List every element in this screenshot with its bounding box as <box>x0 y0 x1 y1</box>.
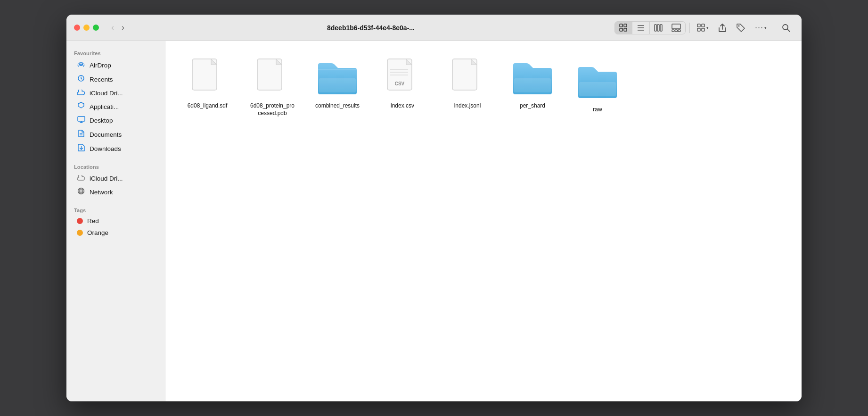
svg-rect-10 <box>672 24 680 29</box>
sidebar-item-label: Orange <box>87 229 108 236</box>
sidebar-item-desktop[interactable]: Desktop <box>69 114 162 127</box>
file-icon-wrap <box>186 56 229 99</box>
recents-icon <box>77 75 85 84</box>
back-button[interactable]: ‹ <box>108 21 117 34</box>
main-area: Favourites AirDrop <box>66 41 802 401</box>
svg-text:CSV: CSV <box>395 81 405 86</box>
svg-line-20 <box>787 29 790 32</box>
file-item-jsonl[interactable]: index.jsonl <box>437 52 498 121</box>
svg-rect-16 <box>697 28 700 31</box>
search-button[interactable] <box>778 21 794 35</box>
downloads-icon <box>77 144 85 153</box>
file-item-per-shard[interactable]: per_shard <box>502 52 563 121</box>
sidebar-item-documents[interactable]: Documents <box>69 127 162 141</box>
desktop-icon <box>77 116 85 125</box>
nav-buttons: ‹ › <box>108 21 127 34</box>
forward-button[interactable]: › <box>119 21 127 34</box>
favourites-section-label: Favourites <box>66 47 165 58</box>
sidebar: Favourites AirDrop <box>66 41 165 401</box>
svg-rect-40 <box>514 78 551 92</box>
file-item-sdf[interactable]: 6d08_ligand.sdf <box>177 52 238 121</box>
file-item-combined-results[interactable]: combined_results <box>307 52 368 121</box>
more-button[interactable]: ··· ▾ <box>752 20 770 35</box>
file-item-csv[interactable]: CSV index.csv <box>372 52 433 121</box>
icloud-location-icon <box>77 174 85 183</box>
toolbar-divider-2 <box>774 23 774 33</box>
svg-rect-17 <box>702 28 704 31</box>
file-grid: 6d08_ligand.sdf 6d08_protein_processed.p… <box>177 52 790 121</box>
sidebar-item-icloud-location[interactable]: iCloud Dri... <box>69 172 162 185</box>
svg-rect-2 <box>620 28 622 31</box>
file-name: combined_results <box>315 102 360 110</box>
sidebar-item-tag-red[interactable]: Red <box>69 215 162 227</box>
sidebar-item-label: Applicati... <box>90 103 119 110</box>
svg-rect-7 <box>655 25 656 31</box>
file-icon-wrap <box>511 56 554 99</box>
file-icon-wrap: CSV <box>381 56 424 99</box>
traffic-lights <box>74 25 99 31</box>
share-button[interactable] <box>715 21 730 35</box>
orange-tag-dot <box>77 230 83 236</box>
svg-rect-11 <box>672 30 674 32</box>
svg-rect-15 <box>702 24 704 27</box>
view-icon-button[interactable] <box>615 22 632 34</box>
svg-rect-33 <box>319 78 356 92</box>
svg-rect-8 <box>657 25 659 31</box>
sidebar-item-label: AirDrop <box>90 62 111 69</box>
locations-section-label: Locations <box>66 160 165 172</box>
maximize-button[interactable] <box>93 25 99 31</box>
minimize-button[interactable] <box>83 25 90 31</box>
airdrop-icon <box>77 60 85 70</box>
svg-rect-9 <box>660 25 662 31</box>
sidebar-item-recents[interactable]: Recents <box>69 72 162 86</box>
svg-rect-14 <box>697 24 700 27</box>
red-tag-dot <box>77 218 83 224</box>
file-icon-wrap <box>251 56 294 99</box>
file-name: 6d08_protein_processed.pdb <box>250 102 295 117</box>
file-item-pdb[interactable]: 6d08_protein_processed.pdb <box>242 52 303 121</box>
svg-rect-0 <box>620 24 622 27</box>
file-area: 6d08_ligand.sdf 6d08_protein_processed.p… <box>165 41 802 401</box>
sidebar-item-label: iCloud Dri... <box>90 90 123 97</box>
svg-rect-1 <box>624 24 627 27</box>
svg-rect-23 <box>78 116 85 121</box>
view-group <box>614 21 686 34</box>
sidebar-item-applications[interactable]: Applicati... <box>69 100 162 114</box>
sidebar-item-label: Recents <box>90 76 113 83</box>
path-title: 8deeb1b6-d53f-44e4-8e0a-... <box>137 24 605 32</box>
tag-button[interactable] <box>733 21 749 35</box>
sidebar-item-label: Red <box>87 217 99 225</box>
icloud-icon <box>77 89 85 97</box>
tags-section-label: Tags <box>66 204 165 215</box>
file-name: 6d08_ligand.sdf <box>188 102 228 110</box>
sidebar-item-label: Desktop <box>90 117 113 124</box>
sidebar-item-label: Documents <box>90 131 122 138</box>
sidebar-item-tag-orange[interactable]: Orange <box>69 227 162 239</box>
sidebar-item-airdrop[interactable]: AirDrop <box>69 58 162 72</box>
svg-point-18 <box>738 25 739 26</box>
file-name: per_shard <box>520 102 545 110</box>
file-icon-wrap <box>316 56 359 99</box>
toolbar-right: ▾ ··· ▾ <box>614 20 794 35</box>
svg-rect-41 <box>579 82 616 96</box>
file-icon-wrap <box>446 56 489 99</box>
sidebar-item-icloud[interactable]: iCloud Dri... <box>69 86 162 100</box>
network-icon <box>77 187 85 197</box>
file-name: index.jsonl <box>454 102 481 110</box>
sidebar-item-label: Downloads <box>90 145 121 152</box>
sidebar-item-network[interactable]: Network <box>69 185 162 199</box>
view-list-button[interactable] <box>632 22 650 34</box>
svg-rect-12 <box>675 30 677 32</box>
sidebar-item-label: iCloud Dri... <box>90 175 123 182</box>
svg-point-19 <box>783 25 788 30</box>
applications-icon <box>77 102 85 111</box>
toolbar-divider <box>689 23 690 33</box>
file-item-raw[interactable]: raw <box>567 56 628 117</box>
file-name: raw <box>593 106 602 114</box>
view-gallery-button[interactable] <box>667 22 685 34</box>
group-button[interactable]: ▾ <box>694 21 712 34</box>
finder-window: ‹ › 8deeb1b6-d53f-44e4-8e0a-... <box>66 15 802 401</box>
view-column-button[interactable] <box>650 22 667 34</box>
close-button[interactable] <box>74 25 80 31</box>
sidebar-item-downloads[interactable]: Downloads <box>69 141 162 156</box>
